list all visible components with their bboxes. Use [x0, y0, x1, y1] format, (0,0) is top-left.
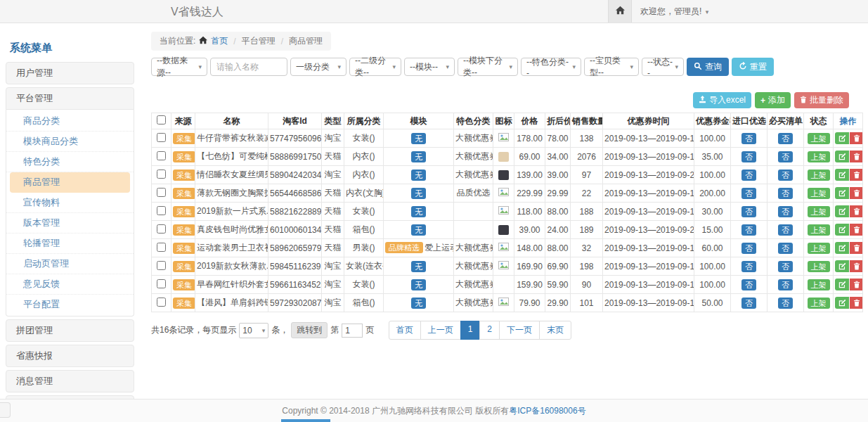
query-button[interactable]: 查询 [687, 58, 729, 76]
status-badge[interactable]: 上架 [808, 243, 830, 254]
must-buy-toggle[interactable]: 否 [778, 279, 793, 290]
pager-button[interactable]: 1 [460, 321, 481, 340]
status-badge[interactable]: 上架 [808, 133, 830, 144]
must-buy-toggle[interactable]: 否 [778, 261, 793, 272]
status-badge[interactable]: 上架 [808, 298, 830, 309]
user-menu[interactable]: 欢迎您，管理员! ▾ [640, 6, 708, 18]
import-preferred-toggle[interactable]: 否 [741, 298, 756, 309]
page-number-input[interactable] [342, 324, 363, 338]
icp-link[interactable]: 粤ICP备16098006号 [509, 406, 585, 416]
sidebar-panel-header[interactable]: 省惠快报 [6, 345, 134, 367]
import-preferred-toggle[interactable]: 否 [741, 261, 756, 272]
must-buy-toggle[interactable]: 否 [778, 224, 793, 236]
import-preferred-toggle[interactable]: 否 [741, 243, 756, 254]
delete-button[interactable] [850, 205, 863, 217]
import-preferred-toggle[interactable]: 否 [741, 279, 756, 290]
sidebar-item[interactable]: 商品管理 [10, 172, 130, 193]
row-checkbox[interactable] [157, 133, 166, 142]
edit-button[interactable] [835, 151, 849, 162]
must-buy-toggle[interactable]: 否 [778, 298, 793, 309]
status-badge[interactable]: 上架 [808, 261, 830, 272]
pager-button[interactable]: 2 [479, 321, 500, 340]
pager-button[interactable]: 末页 [539, 321, 571, 340]
name-search-input[interactable] [210, 58, 287, 76]
corner-widget[interactable] [0, 402, 11, 418]
status-badge[interactable]: 上架 [808, 206, 830, 217]
edit-button[interactable] [835, 297, 849, 309]
status-badge[interactable]: 上架 [808, 170, 830, 181]
must-buy-toggle[interactable]: 否 [778, 133, 793, 144]
edit-button[interactable] [835, 187, 849, 199]
filter-select[interactable]: --模块--▾ [404, 58, 455, 76]
import-preferred-toggle[interactable]: 否 [741, 188, 756, 199]
row-checkbox[interactable] [157, 206, 166, 215]
filter-select[interactable]: --模块下分类--▾ [458, 58, 518, 76]
import-preferred-toggle[interactable]: 否 [741, 206, 756, 217]
status-badge[interactable]: 上架 [808, 151, 830, 162]
sidebar-item[interactable]: 启动页管理 [6, 254, 134, 274]
edit-button[interactable] [835, 169, 849, 181]
row-checkbox[interactable] [157, 224, 166, 234]
sidebar-panel-header[interactable]: 平台管理 [6, 87, 134, 110]
import-preferred-toggle[interactable]: 否 [741, 133, 756, 144]
row-checkbox[interactable] [157, 298, 166, 307]
sidebar-item[interactable]: 平台配置 [6, 295, 134, 314]
sidebar-item[interactable]: 特色分类 [6, 152, 134, 172]
edit-button[interactable] [835, 132, 849, 144]
pager-button[interactable]: 上一页 [420, 321, 461, 340]
row-checkbox[interactable] [157, 188, 166, 197]
delete-button[interactable] [850, 279, 863, 290]
sidebar-item[interactable]: 宣传物料 [6, 193, 134, 213]
import-excel-button[interactable]: 导入excel [693, 92, 751, 108]
row-checkbox[interactable] [157, 243, 166, 252]
reset-button[interactable]: 重置 [732, 58, 774, 76]
must-buy-toggle[interactable]: 否 [778, 243, 793, 254]
edit-button[interactable] [835, 224, 849, 236]
filter-select[interactable]: --数据来源--▾ [151, 58, 207, 76]
sidebar-item[interactable]: 轮播管理 [6, 234, 134, 254]
batch-delete-button[interactable]: 批量删除 [794, 92, 849, 108]
import-preferred-toggle[interactable]: 否 [741, 151, 756, 162]
delete-button[interactable] [850, 297, 863, 309]
row-checkbox[interactable] [157, 170, 166, 179]
must-buy-toggle[interactable]: 否 [778, 170, 793, 181]
breadcrumb-home-link[interactable]: 首页 [211, 35, 228, 47]
edit-button[interactable] [835, 205, 849, 217]
home-button[interactable] [608, 0, 632, 23]
delete-button[interactable] [850, 151, 863, 162]
jump-button[interactable]: 跳转到 [291, 322, 328, 338]
import-preferred-toggle[interactable]: 否 [741, 170, 756, 181]
page-size-select[interactable]: 10▾ [239, 323, 268, 338]
select-all-checkbox[interactable] [157, 115, 166, 124]
status-badge[interactable]: 上架 [808, 279, 830, 290]
status-badge[interactable]: 上架 [808, 224, 830, 236]
filter-select[interactable]: --特色分类--▾ [521, 58, 581, 76]
must-buy-toggle[interactable]: 否 [778, 151, 793, 162]
sidebar-item[interactable]: 模块商品分类 [6, 132, 134, 152]
sidebar-panel-header[interactable]: 消息管理 [6, 370, 134, 392]
delete-button[interactable] [850, 169, 863, 181]
import-preferred-toggle[interactable]: 否 [741, 224, 756, 236]
filter-select[interactable]: --二级分类--▾ [349, 58, 401, 76]
delete-button[interactable] [850, 242, 863, 254]
sidebar-panel-header[interactable]: 拼团管理 [6, 319, 134, 342]
filter-select[interactable]: --状态--▾ [642, 58, 684, 76]
sidebar-item[interactable]: 意见反馈 [6, 274, 134, 295]
filter-select[interactable]: --宝贝类型--▾ [584, 58, 639, 76]
add-button[interactable]: + 添加 [755, 92, 791, 108]
delete-button[interactable] [850, 187, 863, 199]
edit-button[interactable] [835, 242, 849, 254]
pager-button[interactable]: 下一页 [499, 321, 540, 340]
sidebar-item[interactable]: 版本管理 [6, 213, 134, 234]
must-buy-toggle[interactable]: 否 [778, 188, 793, 199]
sidebar-item[interactable]: 商品分类 [6, 111, 134, 132]
filter-select[interactable]: 一级分类▾ [290, 58, 346, 76]
row-checkbox[interactable] [157, 279, 166, 288]
row-checkbox[interactable] [157, 151, 166, 160]
delete-button[interactable] [850, 224, 863, 236]
row-checkbox[interactable] [157, 261, 166, 270]
must-buy-toggle[interactable]: 否 [778, 206, 793, 217]
edit-button[interactable] [835, 279, 849, 290]
edit-button[interactable] [835, 260, 849, 272]
delete-button[interactable] [850, 260, 863, 272]
